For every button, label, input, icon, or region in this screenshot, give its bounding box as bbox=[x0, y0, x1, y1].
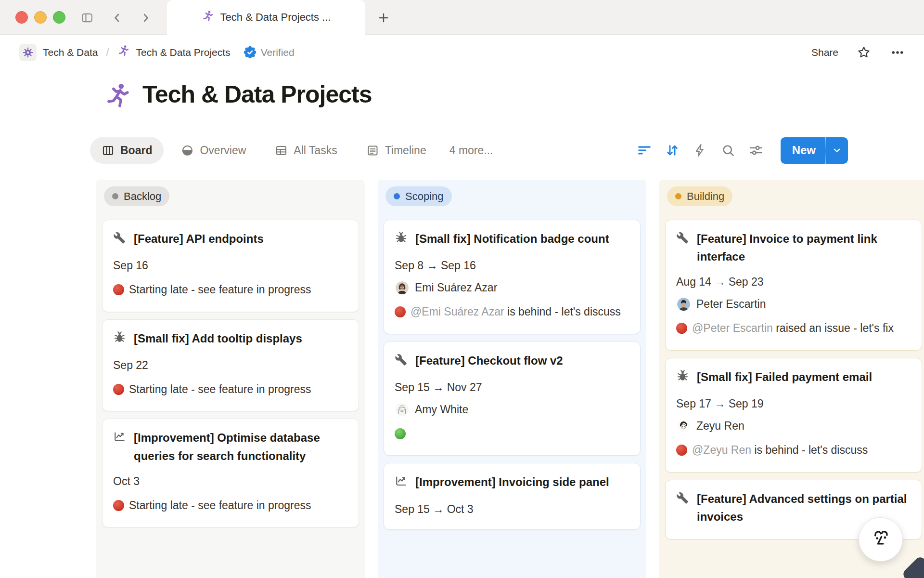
assignee-name: Zeyu Ren bbox=[696, 420, 744, 433]
card-title: [Feature] Checkout flow v2 bbox=[395, 352, 629, 371]
breadcrumb-page[interactable]: Tech & Data Projects bbox=[136, 47, 231, 58]
zoom-window-button[interactable] bbox=[53, 11, 65, 24]
status-red-dot-icon bbox=[113, 384, 124, 395]
page-title: Tech & Data Projects bbox=[142, 80, 372, 108]
chart-icon bbox=[395, 473, 408, 492]
card-status-comment: @Peter Escartin raised an issue - let's … bbox=[676, 320, 911, 337]
forward-icon[interactable] bbox=[139, 11, 153, 25]
tab-overview[interactable]: Overview bbox=[169, 137, 257, 164]
status-text: is behind - let's discuss bbox=[751, 444, 868, 456]
chart-icon bbox=[113, 429, 126, 464]
card-assignee: Peter Escartin bbox=[676, 298, 911, 311]
card--feature-api-endpoints[interactable]: [Feature] API endpointsSep 16Starting la… bbox=[102, 220, 359, 312]
more-views-button[interactable]: 4 more... bbox=[449, 144, 493, 157]
avatar bbox=[677, 420, 690, 433]
card--improvement-invoicing-side-panel[interactable]: [Improvement] Invoicing side panelSep 15… bbox=[384, 463, 641, 529]
card--small-fix-notification-badge-count[interactable]: [Small fix] Notification badge countSep … bbox=[384, 220, 641, 334]
column-cards: [Small fix] Notification badge countSep … bbox=[384, 220, 641, 530]
status-text: Starting late - see feature in progress bbox=[129, 499, 311, 512]
status-mention: @Peter Escartin bbox=[692, 322, 773, 334]
favorite-star-icon[interactable] bbox=[856, 44, 872, 61]
card-title-text: [Small fix] Failed payment email bbox=[697, 368, 872, 387]
back-icon[interactable] bbox=[110, 11, 124, 25]
column-name: Backlog bbox=[124, 190, 161, 203]
more-options-icon[interactable] bbox=[889, 44, 906, 61]
sidebar-toggle-icon[interactable] bbox=[80, 11, 94, 25]
filter-icon[interactable] bbox=[636, 142, 653, 158]
card-title: [Improvement] Optimise database queries … bbox=[113, 429, 348, 464]
verified-label: Verified bbox=[261, 47, 295, 58]
card-assignee: Amy White bbox=[395, 403, 629, 416]
view-settings-sliders-icon[interactable] bbox=[748, 142, 764, 158]
card-date: Aug 14 → Sep 23 bbox=[676, 276, 911, 289]
tab-overview-label: Overview bbox=[200, 144, 246, 157]
workspace-gear-icon[interactable] bbox=[19, 44, 37, 61]
breadcrumb-workspace[interactable]: Tech & Data bbox=[43, 47, 98, 58]
board-column-backlog: Backlog[Feature] API endpointsSep 16Star… bbox=[96, 180, 365, 578]
card-title: [Feature] Invoice to payment link interf… bbox=[676, 230, 911, 265]
card-title-text: [Feature] API endpoints bbox=[134, 230, 264, 249]
tab-all-tasks[interactable]: All Tasks bbox=[263, 137, 348, 164]
card-title: [Improvement] Invoicing side panel bbox=[395, 473, 629, 492]
running-person-icon bbox=[202, 10, 214, 25]
card-title: [Feature] API endpoints bbox=[113, 230, 348, 249]
status-mention: @Emi Suárez Azar bbox=[411, 305, 504, 318]
app-tab[interactable]: Tech & Data Projects ... bbox=[167, 0, 365, 35]
avatar bbox=[396, 403, 409, 416]
assignee-name: Peter Escartin bbox=[696, 298, 766, 311]
card-date: Sep 16 bbox=[113, 259, 348, 272]
new-button[interactable]: New bbox=[781, 137, 848, 164]
breadcrumb-separator: / bbox=[106, 46, 109, 59]
sort-icon[interactable] bbox=[664, 142, 680, 158]
tab-board[interactable]: Board bbox=[90, 137, 164, 164]
assignee-name: Amy White bbox=[415, 403, 468, 416]
tab-title: Tech & Data Projects ... bbox=[220, 11, 331, 24]
card-date: Sep 15 → Nov 27 bbox=[395, 381, 629, 394]
card-title: [Small fix] Add tooltip displays bbox=[113, 329, 348, 349]
running-person-icon bbox=[117, 45, 130, 60]
share-button[interactable]: Share bbox=[811, 47, 838, 58]
search-icon[interactable] bbox=[720, 142, 736, 158]
tab-timeline[interactable]: Timeline bbox=[355, 137, 438, 164]
card--improvement-optimise-database-queries-f[interactable]: [Improvement] Optimise database queries … bbox=[102, 419, 359, 527]
column-name: Building bbox=[687, 190, 724, 203]
page-icon-running-person[interactable] bbox=[104, 82, 132, 112]
status-green-dot-icon bbox=[395, 428, 406, 439]
card--small-fix-add-tooltip-displays[interactable]: [Small fix] Add tooltip displaysSep 22St… bbox=[102, 319, 359, 412]
card-title: [Small fix] Notification badge count bbox=[395, 230, 629, 249]
status-mention: @Zeyu Ren bbox=[692, 444, 751, 456]
chevron-down-icon bbox=[832, 145, 842, 156]
status-dot-icon bbox=[675, 193, 681, 199]
card-date: Sep 8 → Sep 16 bbox=[395, 259, 629, 272]
automation-bolt-icon[interactable] bbox=[692, 142, 708, 158]
card--small-fix-failed-payment-email[interactable]: [Small fix] Failed payment emailSep 17 →… bbox=[665, 358, 922, 473]
card--feature-checkout-flow-v2[interactable]: [Feature] Checkout flow v2Sep 15 → Nov 2… bbox=[384, 342, 641, 456]
column-header-pill-building[interactable]: Building bbox=[667, 186, 732, 206]
avatar bbox=[396, 281, 409, 294]
header-bar: Tech & Data / Tech & Data Projects Verif… bbox=[0, 35, 924, 70]
card-title-text: [Improvement] Optimise database queries … bbox=[134, 429, 348, 464]
card--feature-invoice-to-payment-link-interfa[interactable]: [Feature] Invoice to payment link interf… bbox=[665, 220, 922, 351]
tab-board-label: Board bbox=[120, 144, 152, 157]
close-window-button[interactable] bbox=[15, 11, 28, 24]
new-button-label[interactable]: New bbox=[781, 137, 825, 164]
new-tab-icon[interactable] bbox=[376, 11, 391, 25]
column-header-pill-backlog[interactable]: Backlog bbox=[104, 186, 169, 206]
status-text: Starting late - see feature in progress bbox=[129, 383, 311, 395]
card-status-comment: Starting late - see feature in progress bbox=[113, 381, 348, 398]
bug-icon bbox=[395, 230, 408, 249]
status-red-dot-icon bbox=[113, 284, 124, 295]
column-header-pill-scoping[interactable]: Scoping bbox=[385, 186, 452, 206]
verified-badge: Verified bbox=[244, 46, 295, 59]
window-titlebar: Tech & Data Projects ... bbox=[0, 0, 924, 35]
card-status-comment: @Zeyu Ren is behind - let's discuss bbox=[676, 442, 911, 459]
minimize-window-button[interactable] bbox=[34, 11, 47, 24]
notion-ai-face-button[interactable] bbox=[859, 517, 903, 562]
status-red-dot-icon bbox=[395, 306, 406, 317]
status-text: is behind - let's discuss bbox=[504, 305, 621, 318]
board-column-scoping: Scoping [Small fix] Notification badge c… bbox=[378, 180, 646, 578]
bug-icon bbox=[676, 368, 689, 387]
card-status-comment: Starting late - see feature in progress bbox=[113, 281, 348, 298]
status-red-dot-icon bbox=[676, 445, 687, 456]
new-button-dropdown[interactable] bbox=[825, 137, 848, 164]
